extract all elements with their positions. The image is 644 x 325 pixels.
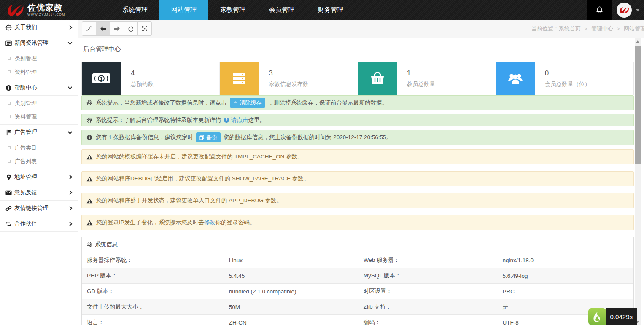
stat-card-members[interactable]: 0 会员总数量（位） bbox=[496, 62, 633, 95]
sidebar-submenu-ads: 广告类目 广告列表 bbox=[0, 140, 78, 169]
sidebar-item-address[interactable]: 地址管理 bbox=[0, 169, 78, 185]
scroll-up-arrow-icon[interactable] bbox=[635, 38, 641, 45]
stat-card-teachers[interactable]: 1 教员总数量 bbox=[358, 62, 496, 95]
warning-triangle-icon bbox=[86, 154, 93, 160]
top-navbar: 佐优家教 WWW.ZYJJ114.COM 系统管理 网站管理 家教管理 会员管理… bbox=[0, 0, 644, 20]
info-circle-icon bbox=[5, 85, 12, 91]
gear-icon bbox=[87, 242, 92, 247]
menu-item-system[interactable]: 系统管理 bbox=[110, 0, 159, 20]
breadcrumb-home[interactable]: 系统首页 bbox=[559, 25, 581, 32]
notifications-button[interactable] bbox=[587, 0, 612, 20]
sidebar-subitem-material[interactable]: 资料管理 bbox=[0, 65, 78, 79]
stat-card-tutor-posts[interactable]: 3 家教信息发布数 bbox=[219, 62, 357, 95]
back-button[interactable] bbox=[96, 21, 110, 36]
chevron-right-icon bbox=[69, 206, 73, 211]
backup-button-label: 备份 bbox=[206, 134, 217, 141]
alert-text: 你的登录密码。 bbox=[216, 219, 256, 226]
money-icon: 1 bbox=[82, 62, 121, 95]
arrow-right-icon bbox=[114, 26, 120, 31]
envelope-icon bbox=[5, 190, 12, 196]
table-row: 服务器操作系统：Linux Web 服务器：nginx/1.18.0 bbox=[82, 252, 633, 268]
sidebar: 关于我们 新闻资讯管理 类别管理 资料管理 帮助中心 类别管理 资料管理 bbox=[0, 20, 78, 325]
alert-text: 系统提示：当您新增或者修改了数据信息时，请点击 bbox=[96, 99, 227, 107]
refresh-button[interactable] bbox=[124, 21, 138, 36]
square-bullet-icon bbox=[8, 57, 11, 60]
square-bullet-icon bbox=[8, 146, 11, 149]
svg-text:1: 1 bbox=[100, 76, 103, 82]
copy-icon bbox=[199, 135, 204, 140]
stat-label: 总预约数 bbox=[131, 81, 154, 88]
forward-button[interactable] bbox=[110, 21, 124, 36]
sidebar-subitem-category[interactable]: 类别管理 bbox=[0, 52, 78, 65]
alert-login-ip: 您的登录IP发生了变化，系统提示您及时去修改你的登录密码。 bbox=[81, 215, 634, 230]
info-label: GD 版本： bbox=[82, 284, 224, 299]
alert-text: 您的数据库信息，您上次备份数据的时间为 2020-12-17 20:56:55。 bbox=[224, 134, 392, 141]
menu-item-finance[interactable]: 财务管理 bbox=[306, 0, 355, 20]
fullscreen-button[interactable] bbox=[137, 21, 152, 36]
sidebar-item-feedback[interactable]: 意见反馈 bbox=[0, 185, 78, 201]
users-icon bbox=[496, 62, 535, 95]
info-label: 时区设置： bbox=[358, 284, 497, 299]
sidebar-item-partners[interactable]: 合作伙伴 bbox=[0, 216, 78, 232]
chevron-down-icon bbox=[67, 131, 73, 134]
breadcrumb-current: 网站管理 bbox=[624, 25, 644, 32]
sidebar-item-links[interactable]: 友情链接管理 bbox=[0, 201, 78, 216]
sidebar-subitem-ad-list[interactable]: 广告列表 bbox=[0, 155, 78, 168]
sidebar-subitem-category[interactable]: 类别管理 bbox=[0, 97, 78, 110]
refresh-icon bbox=[128, 26, 134, 32]
sidebar-item-news[interactable]: 新闻资讯管理 bbox=[0, 35, 78, 51]
menu-item-tutor[interactable]: 家教管理 bbox=[208, 0, 257, 20]
warning-triangle-icon bbox=[86, 220, 93, 226]
tasks-icon bbox=[220, 62, 259, 95]
version-details-link[interactable]: 请点击 bbox=[231, 116, 248, 124]
menu-item-website[interactable]: 网站管理 bbox=[159, 0, 208, 20]
info-label: 文件上传的最大大小： bbox=[82, 299, 224, 315]
question-circle-icon: ? bbox=[224, 117, 229, 123]
sidebar-subitem-material[interactable]: 资料管理 bbox=[0, 110, 78, 124]
breadcrumb-admin-center[interactable]: 管理中心 bbox=[591, 25, 613, 32]
sidebar-submenu-help: 类别管理 资料管理 bbox=[0, 96, 78, 125]
main-menu: 系统管理 网站管理 家教管理 会员管理 财务管理 bbox=[110, 0, 355, 20]
alert-text: 这里。 bbox=[248, 116, 266, 124]
backup-button[interactable]: 备份 bbox=[196, 132, 221, 142]
stat-card-bookings[interactable]: 1 4 总预约数 bbox=[82, 62, 219, 95]
trash-icon bbox=[233, 100, 238, 105]
page-title: 后台管理中心 bbox=[81, 41, 634, 59]
sidebar-item-label: 合作伙伴 bbox=[14, 220, 37, 228]
trace-badge[interactable]: 0.0429s bbox=[588, 308, 637, 325]
alert-template-cache: 您的网站的模板编译缓存未开启，建议更改配置文件的 TMPL_CACHE_ON 参… bbox=[81, 149, 634, 164]
sidebar-subitem-ad-category[interactable]: 广告类目 bbox=[0, 141, 78, 155]
info-label: PHP 版本： bbox=[82, 268, 224, 284]
table-row: GD 版本：bundled (2.1.0 compatible) 时区设置：PR… bbox=[82, 284, 633, 299]
clear-cache-button[interactable]: 清除缓存 bbox=[230, 98, 265, 108]
info-label: Zlib 支持： bbox=[358, 299, 497, 315]
svg-text:?: ? bbox=[225, 118, 227, 122]
info-value: 5.4.45 bbox=[224, 268, 358, 284]
newspaper-icon bbox=[5, 40, 12, 46]
sidebar-item-label: 广告管理 bbox=[14, 129, 37, 136]
collapse-diagonal-icon bbox=[86, 26, 92, 32]
sidebar-item-ads[interactable]: 广告管理 bbox=[0, 125, 78, 140]
info-value: Linux bbox=[224, 252, 358, 268]
square-bullet-icon bbox=[8, 160, 11, 163]
vertical-scrollbar[interactable] bbox=[635, 38, 641, 325]
sidebar-submenu-news: 类别管理 资料管理 bbox=[0, 51, 78, 80]
chevron-right-icon bbox=[69, 221, 73, 226]
system-info-header: 系统信息 bbox=[82, 237, 633, 252]
sidebar-item-help[interactable]: 帮助中心 bbox=[0, 80, 78, 96]
user-menu[interactable] bbox=[612, 0, 644, 20]
menu-item-member[interactable]: 会员管理 bbox=[257, 0, 306, 20]
sidebar-subitem-label: 类别管理 bbox=[15, 99, 37, 107]
chevron-right-icon bbox=[69, 25, 73, 30]
stat-cards: 1 4 总预约数 3 家教信息发布数 bbox=[81, 62, 634, 95]
scrollbar-thumb[interactable] bbox=[635, 46, 641, 164]
info-circle-icon bbox=[86, 134, 92, 140]
sidebar-item-about[interactable]: 关于我们 bbox=[0, 20, 78, 35]
alert-clear-cache: 系统提示：当您新增或者修改了数据信息时，请点击 清除缓存 ，删除掉系统缓存，保证… bbox=[81, 95, 634, 110]
breadcrumb-prefix: 当前位置： bbox=[531, 25, 559, 32]
change-password-link[interactable]: 修改 bbox=[204, 219, 216, 226]
breadcrumb-separator: ＞ bbox=[616, 25, 621, 32]
brand[interactable]: 佐优家教 WWW.ZYJJ114.COM bbox=[0, 0, 110, 20]
info-value: bundled (2.1.0 compatible) bbox=[224, 284, 358, 299]
collapse-sidebar-button[interactable] bbox=[82, 21, 96, 36]
